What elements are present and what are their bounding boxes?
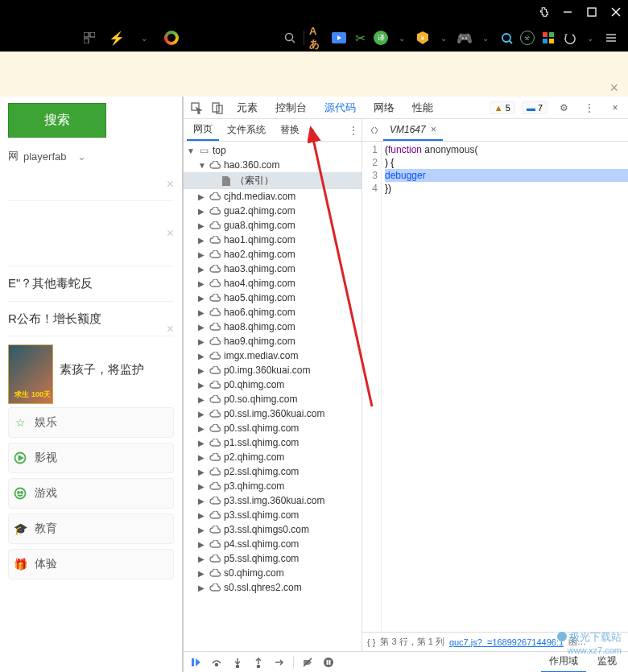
nav-files-icon[interactable]: [366, 126, 383, 135]
subtab-filesystem[interactable]: 文件系统: [221, 120, 272, 140]
category-entertainment[interactable]: ☆娱乐: [8, 407, 174, 438]
news-headline[interactable]: [8, 209, 174, 258]
tree-item[interactable]: ▶hao8.qhimg.com: [184, 320, 362, 334]
device-toggle-icon[interactable]: [208, 98, 227, 117]
tree-item[interactable]: ▶hao5.qhimg.com: [184, 291, 362, 305]
category-games[interactable]: 游戏: [8, 478, 174, 509]
step-over-icon[interactable]: [208, 653, 225, 671]
code-editor[interactable]: 1234 (function anonymous( ) { debugger }…: [362, 142, 628, 632]
tree-item[interactable]: ▶p0.so.qhimg.com: [184, 392, 362, 406]
scissors-icon[interactable]: ✂: [351, 29, 369, 47]
translate-badge-icon[interactable]: 译: [372, 29, 390, 47]
chevron-down-icon[interactable]: ⌄: [581, 29, 599, 47]
breadcrumb-page[interactable]: playerfab: [23, 150, 66, 163]
tree-item[interactable]: ▶p0.ssl.qhimg.com: [184, 421, 362, 435]
tab-console[interactable]: 控制台: [267, 96, 315, 120]
menu-icon[interactable]: [602, 29, 620, 47]
tree-item[interactable]: ▶p0.ssl.img.360kuai.com: [184, 406, 362, 421]
category-experience[interactable]: 🎁体验: [8, 549, 174, 579]
news-headline[interactable]: E"？其他毒蛇反: [8, 274, 174, 293]
close-icon[interactable]: ×: [167, 177, 174, 192]
shield-icon[interactable]: ¥: [414, 29, 432, 47]
tree-item[interactable]: （索引）: [184, 172, 362, 189]
tab-network[interactable]: 网络: [366, 96, 403, 120]
tree-item[interactable]: ▶cjhd.mediav.com: [184, 189, 362, 204]
browser-logo-icon[interactable]: [163, 29, 180, 47]
more-icon[interactable]: ⋮: [580, 98, 599, 117]
step-out-icon[interactable]: [250, 653, 267, 671]
tree-item[interactable]: ▶imgx.mediav.com: [184, 348, 362, 363]
tree-item[interactable]: ▶hao2.qhimg.com: [184, 247, 362, 262]
tree-item[interactable]: ▶p3.ssl.qhimg.com: [184, 508, 362, 522]
tree-item[interactable]: ▶p5.ssl.qhimg.com: [184, 551, 362, 566]
source-file-link[interactable]: quc7.js?_=1689926714496:1: [449, 637, 564, 647]
deactivate-breakpoints-icon[interactable]: [299, 653, 316, 671]
inspect-element-icon[interactable]: [187, 98, 206, 117]
gamepad-icon[interactable]: 🎮: [456, 29, 473, 47]
close-icon[interactable]: [610, 6, 622, 18]
apps-icon[interactable]: [539, 29, 557, 47]
editor-tab[interactable]: VM1647 ×: [383, 120, 443, 141]
search-button[interactable]: 搜索: [8, 103, 106, 138]
tree-item[interactable]: ▶gua8.qhimg.com: [184, 218, 362, 233]
tab-elements[interactable]: 元素: [229, 96, 266, 120]
tree-item[interactable]: ▼hao.360.com: [184, 158, 362, 172]
close-icon[interactable]: ×: [167, 226, 174, 241]
braces-icon[interactable]: { }: [367, 637, 375, 647]
bolt-icon[interactable]: ⚡: [108, 29, 126, 47]
undo-icon[interactable]: [560, 29, 578, 47]
video-icon[interactable]: [330, 29, 348, 47]
tree-item[interactable]: ▶p0.qhimg.com: [184, 377, 362, 392]
gear-icon[interactable]: ⚙: [554, 98, 573, 117]
minimize-icon[interactable]: [562, 6, 573, 18]
step-icon[interactable]: [271, 653, 288, 671]
chevron-down-icon[interactable]: ⌄: [477, 29, 494, 47]
close-icon[interactable]: ×: [167, 322, 174, 336]
warnings-badge[interactable]: ▲5: [490, 101, 515, 114]
resume-icon[interactable]: [187, 653, 205, 671]
category-movies[interactable]: 影视: [8, 443, 174, 473]
tree-root[interactable]: ▼ ▭ top: [184, 143, 362, 158]
subtab-overrides[interactable]: 替换: [274, 120, 306, 140]
close-icon[interactable]: ×: [605, 98, 625, 117]
tree-item[interactable]: ▶s0.qhimg.com: [184, 566, 362, 580]
messages-badge[interactable]: ▬7: [522, 101, 547, 114]
ai-icon[interactable]: ※: [519, 29, 536, 47]
step-into-icon[interactable]: [229, 653, 246, 671]
tree-item[interactable]: ▶p3.ssl.qhimgs0.com: [184, 522, 362, 537]
chevron-down-icon[interactable]: ⌄: [435, 29, 452, 47]
tree-item[interactable]: ▶p3.ssl.img.360kuai.com: [184, 493, 362, 508]
tab-performance[interactable]: 性能: [404, 96, 441, 120]
maximize-icon[interactable]: [586, 6, 597, 18]
refresh-icon[interactable]: [498, 29, 515, 47]
chevron-down-icon[interactable]: ⌄: [77, 150, 86, 163]
news-headline[interactable]: [8, 176, 174, 192]
news-thumbnail[interactable]: [8, 344, 53, 404]
news-headline[interactable]: R公布！增长额度: [8, 310, 174, 328]
tree-item[interactable]: ▶hao3.qhimg.com: [184, 262, 362, 276]
tree-item[interactable]: ▶hao9.qhimg.com: [184, 334, 362, 348]
pause-exceptions-icon[interactable]: [320, 653, 337, 671]
tree-item[interactable]: ▶p3.qhimg.com: [184, 479, 362, 493]
tree-item[interactable]: ▶p1.ssl.qhimg.com: [184, 435, 362, 450]
close-icon[interactable]: ×: [431, 124, 436, 135]
breadcrumb-root[interactable]: 网: [8, 149, 19, 163]
tree-item[interactable]: ▶p4.ssl.qhimg.com: [184, 537, 362, 551]
tree-item[interactable]: ▶hao1.qhimg.com: [184, 233, 362, 247]
subtab-page[interactable]: 网页: [187, 119, 219, 141]
tree-item[interactable]: ▶p2.ssl.qhimg.com: [184, 464, 362, 479]
tab-sources[interactable]: 源代码: [316, 96, 364, 120]
tree-item[interactable]: ▶hao4.qhimg.com: [184, 276, 362, 291]
tree-item[interactable]: ▶gua2.qhimg.com: [184, 204, 362, 218]
more-icon[interactable]: ⋮: [349, 125, 358, 136]
tree-item[interactable]: ▶p0.img.360kuai.com: [184, 363, 362, 377]
category-education[interactable]: 🎓教育: [8, 513, 174, 544]
tree-item[interactable]: ▶p2.qhimg.com: [184, 450, 362, 464]
tab-watch[interactable]: 监视: [589, 651, 625, 672]
translate-icon[interactable]: Aあ: [309, 29, 327, 47]
overflow-icon[interactable]: »: [309, 125, 315, 136]
banner-close-icon[interactable]: ×: [609, 80, 618, 97]
tree-item[interactable]: ▶hao6.qhimg.com: [184, 305, 362, 320]
chevron-down-icon[interactable]: ⌄: [135, 29, 153, 47]
qr-icon[interactable]: [81, 29, 98, 47]
